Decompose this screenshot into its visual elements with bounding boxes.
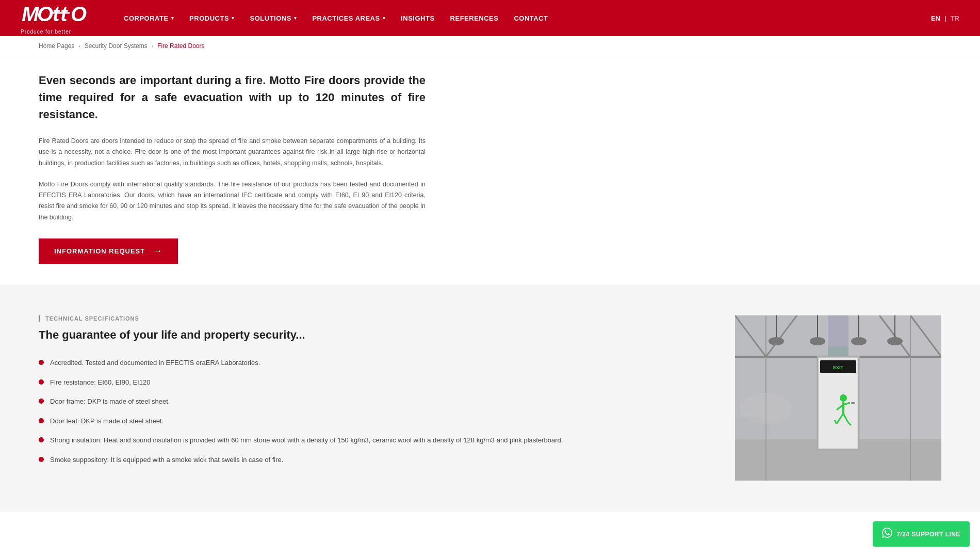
nav-insights[interactable]: INSIGHTS xyxy=(401,14,434,22)
lang-en[interactable]: EN xyxy=(931,14,940,22)
nav-practices-areas[interactable]: PRACTICES AREAS ▾ xyxy=(312,14,385,22)
nav-solutions[interactable]: SOLUTIONS ▾ xyxy=(250,14,297,22)
svg-point-24 xyxy=(887,337,903,345)
nav-references[interactable]: REFERENCES xyxy=(450,14,499,22)
list-item: Smoke suppository: It is equipped with a… xyxy=(39,455,704,465)
hero-title: Even seconds are important during a fire… xyxy=(39,72,426,123)
breadcrumb-sep-1: › xyxy=(78,43,80,49)
nav-contact[interactable]: CONTACT xyxy=(514,14,548,22)
header: M O tt O Produce for better CORPORATE ▾ … xyxy=(0,0,980,36)
information-request-button[interactable]: INFORMATION REQUEST → xyxy=(39,238,178,264)
bullet-icon xyxy=(39,360,44,365)
list-item: Fire resistance: EI60, EI90, EI120 xyxy=(39,377,704,388)
logo-svg: M O tt O xyxy=(21,2,93,25)
language-switcher: EN | TR xyxy=(931,14,959,22)
bullet-icon xyxy=(39,399,44,404)
technical-section: TECHNICAL SPECIFICATIONS The guarantee o… xyxy=(0,284,980,512)
breadcrumb-security[interactable]: Security Door Systems xyxy=(85,42,148,50)
svg-text:EXIT: EXIT xyxy=(833,365,844,370)
bullet-icon xyxy=(39,457,44,462)
lang-divider: | xyxy=(944,14,946,22)
breadcrumb-current: Fire Rated Doors xyxy=(157,42,204,50)
tech-section-label: TECHNICAL SPECIFICATIONS xyxy=(39,315,704,322)
bullet-icon xyxy=(39,418,44,423)
breadcrumb: Home Pages › Security Door Systems › Fir… xyxy=(0,36,980,56)
tech-list: Accredited. Tested and documented in EFE… xyxy=(39,358,704,465)
nav-corporate[interactable]: CORPORATE ▾ xyxy=(124,14,174,22)
svg-text:O: O xyxy=(71,3,88,25)
tech-title: The guarantee of your life and property … xyxy=(39,328,704,343)
bullet-icon xyxy=(39,437,44,442)
tech-image-container: EXIT xyxy=(735,315,941,481)
lang-tr[interactable]: TR xyxy=(951,14,959,22)
nav-products[interactable]: PRODUCTS ▾ xyxy=(189,14,234,22)
fire-door-image: EXIT xyxy=(735,315,941,481)
chevron-down-icon: ▾ xyxy=(294,15,297,21)
svg-point-20 xyxy=(810,337,825,345)
svg-point-22 xyxy=(851,337,867,345)
list-item: Door frame: DKP is made of steel sheet. xyxy=(39,396,704,407)
list-item: Door leaf: DKP is made of steel sheet. xyxy=(39,416,704,426)
svg-rect-27 xyxy=(851,402,855,404)
bullet-icon xyxy=(39,379,44,385)
fire-door-illustration: EXIT xyxy=(735,315,941,481)
chevron-down-icon: ▾ xyxy=(232,15,235,21)
logo[interactable]: M O tt O Produce for better xyxy=(21,2,93,35)
body-para-1: Fire Rated Doors are doors intended to r… xyxy=(39,136,426,169)
body-para-2: Motto Fire Doors comply with internation… xyxy=(39,179,426,223)
main-content: Even seconds are important during a fire… xyxy=(0,56,464,284)
logo-text: M O tt O xyxy=(21,2,93,28)
chevron-down-icon: ▾ xyxy=(383,15,386,21)
arrow-icon: → xyxy=(153,246,162,257)
chevron-down-icon: ▾ xyxy=(171,15,174,21)
main-nav: CORPORATE ▾ PRODUCTS ▾ SOLUTIONS ▾ PRACT… xyxy=(124,14,931,22)
list-item: Accredited. Tested and documented in EFE… xyxy=(39,358,704,368)
list-item: Strong insulation: Heat and sound insula… xyxy=(39,435,704,445)
tech-content: TECHNICAL SPECIFICATIONS The guarantee o… xyxy=(39,315,704,465)
svg-point-30 xyxy=(840,394,847,402)
svg-point-18 xyxy=(769,337,784,345)
logo-tagline: Produce for better xyxy=(21,29,71,35)
breadcrumb-home[interactable]: Home Pages xyxy=(39,42,74,50)
breadcrumb-sep-2: › xyxy=(152,43,153,49)
